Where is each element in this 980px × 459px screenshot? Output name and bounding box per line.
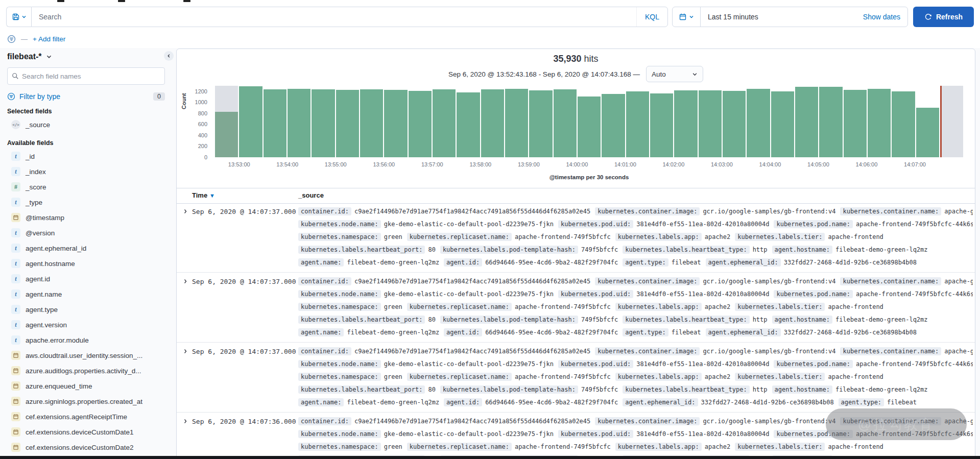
histogram-bucket-13:54:00[interactable] bbox=[288, 85, 310, 157]
field-item-agent.type[interactable]: tagent.type bbox=[7, 302, 165, 317]
field-item-aws.cloudtrail.user_identity.session_...[interactable]: aws.cloudtrail.user_identity.session_... bbox=[7, 348, 165, 363]
interval-select[interactable]: Auto bbox=[646, 66, 703, 82]
field-item-agent.hostname[interactable]: tagent.hostname bbox=[7, 256, 165, 271]
histogram-bucket-14:01:30[interactable] bbox=[650, 85, 673, 157]
field-key-badge: kubernetes.labels.app: bbox=[615, 443, 702, 451]
histogram-bucket-14:05:00[interactable] bbox=[819, 85, 842, 157]
show-dates-button[interactable]: Show dates bbox=[863, 13, 907, 21]
histogram-bucket-14:07:30[interactable] bbox=[940, 85, 963, 157]
field-value-pair: container.id:c9ae2f14496b7e7d91ae7754f1a… bbox=[298, 277, 590, 285]
field-item-cef.extensions.deviceCustomDate1[interactable]: cef.extensions.deviceCustomDate1 bbox=[7, 424, 165, 440]
histogram-bucket-13:59:30[interactable] bbox=[554, 85, 577, 157]
field-key-badge: kubernetes.labels.heartbeat_type: bbox=[623, 385, 749, 394]
field-key-badge: kubernetes.labels.heartbeat_port: bbox=[298, 385, 425, 394]
field-item-_index[interactable]: t_index bbox=[7, 164, 165, 179]
field-key-badge: container.id: bbox=[298, 417, 351, 425]
field-item-_score[interactable]: #_score bbox=[7, 179, 165, 195]
field-key-badge: kubernetes.namespace: bbox=[298, 303, 381, 311]
date-picker-calendar-button[interactable] bbox=[673, 7, 701, 27]
search-input[interactable] bbox=[32, 13, 636, 21]
histogram-bucket-13:55:30[interactable] bbox=[360, 85, 383, 157]
y-axis-label: Count bbox=[181, 93, 187, 109]
row-source: container.id:c9ae2f14496b7e7d91ae7754f1a… bbox=[298, 275, 973, 339]
histogram-bucket-13:57:00[interactable] bbox=[433, 85, 456, 157]
histogram-bucket-14:00:00[interactable] bbox=[578, 85, 601, 157]
histogram-bucket-14:02:00[interactable] bbox=[674, 85, 697, 157]
filter-by-type-button[interactable]: Filter by type 0 bbox=[7, 92, 165, 101]
histogram-bucket-14:06:00[interactable] bbox=[868, 85, 891, 157]
histogram-bucket-13:58:30[interactable] bbox=[505, 85, 528, 157]
field-key-badge: kubernetes.labels.app: bbox=[615, 233, 702, 241]
field-search-input[interactable] bbox=[19, 72, 160, 81]
histogram-bucket-13:53:30[interactable] bbox=[264, 85, 286, 157]
saved-query-menu-button[interactable] bbox=[6, 7, 31, 27]
string-field-icon: t bbox=[11, 167, 20, 176]
field-item-_id[interactable]: t_id bbox=[7, 149, 165, 164]
query-language-button[interactable]: KQL bbox=[636, 7, 667, 27]
histogram-bucket-14:00:30[interactable] bbox=[602, 85, 625, 157]
search-icon bbox=[12, 73, 19, 80]
refresh-button[interactable]: Refresh bbox=[913, 7, 974, 27]
field-key-badge: kubernetes.container.image: bbox=[595, 417, 700, 425]
source-column-header: _source bbox=[298, 191, 324, 199]
fields-sidebar: filebeat-* Filter by type 0 bbox=[0, 48, 172, 459]
histogram-bucket-13:56:00[interactable] bbox=[384, 85, 407, 157]
field-value-pair: kubernetes.namespace:green bbox=[298, 373, 402, 381]
index-pattern-selector[interactable]: filebeat-* bbox=[7, 52, 165, 61]
field-value-pair: kubernetes.labels.heartbeat_type:http bbox=[623, 316, 767, 324]
expand-row-button[interactable] bbox=[182, 278, 189, 285]
field-key-badge: kubernetes.labels.tier: bbox=[735, 233, 825, 241]
field-item-cef.extensions.agentReceiptTime[interactable]: cef.extensions.agentReceiptTime bbox=[7, 409, 165, 424]
field-item-azure.signinlogs.properties.created_at[interactable]: azure.signinlogs.properties.created_at bbox=[7, 394, 165, 409]
field-item-azure.enqueued_time[interactable]: azure.enqueued_time bbox=[7, 378, 165, 394]
histogram-bucket-13:57:30[interactable] bbox=[457, 85, 480, 157]
field-key-badge: kubernetes.labels.tier: bbox=[735, 303, 825, 311]
field-item-agent.name[interactable]: tagent.name bbox=[7, 286, 165, 302]
histogram-bucket-14:03:00[interactable] bbox=[723, 85, 746, 157]
histogram-bucket-14:02:30[interactable] bbox=[699, 85, 722, 157]
histogram-bucket-14:05:30[interactable] bbox=[844, 85, 867, 157]
collapse-sidebar-button[interactable] bbox=[164, 51, 174, 61]
histogram-bucket-13:59:00[interactable] bbox=[529, 85, 552, 157]
expand-row-button[interactable] bbox=[182, 348, 189, 355]
time-range-value[interactable]: Last 15 minutes bbox=[701, 13, 758, 21]
histogram-bucket-13:52:30[interactable] bbox=[215, 85, 238, 157]
expand-row-button[interactable] bbox=[182, 418, 189, 425]
histogram-bucket-13:54:30[interactable] bbox=[312, 85, 334, 157]
string-field-icon: t bbox=[11, 198, 20, 207]
histogram-bucket-13:53:00[interactable] bbox=[239, 85, 262, 157]
field-item-@timestamp[interactable]: @timestamp bbox=[7, 210, 165, 225]
field-item-azure.auditlogs.properties.activity_d...[interactable]: azure.auditlogs.properties.activity_d... bbox=[7, 363, 165, 378]
histogram-bucket-14:04:00[interactable] bbox=[771, 85, 794, 157]
histogram-bucket-14:04:30[interactable] bbox=[795, 85, 818, 157]
field-key-badge: kubernetes.pod.uid: bbox=[558, 430, 633, 438]
field-item-apache.error.module[interactable]: tapache.error.module bbox=[7, 332, 165, 348]
field-item-agent.id[interactable]: tagent.id bbox=[7, 271, 165, 286]
field-value-pair: kubernetes.container.image:gcr.io/google… bbox=[595, 417, 835, 425]
field-value-pair: kubernetes.labels.app:apache2 bbox=[615, 233, 731, 241]
add-filter-button[interactable]: + Add filter bbox=[33, 35, 65, 43]
histogram-bucket-14:01:00[interactable] bbox=[626, 85, 649, 157]
field-value-pair: kubernetes.container.image:gcr.io/google… bbox=[595, 207, 835, 215]
field-value-pair: kubernetes.labels.tier:apache-frontend bbox=[735, 443, 883, 451]
histogram-bucket-14:07:00[interactable] bbox=[916, 85, 939, 157]
field-item-agent.version[interactable]: tagent.version bbox=[7, 317, 165, 332]
filter-menu-icon[interactable] bbox=[7, 35, 16, 43]
histogram-bucket-13:55:00[interactable] bbox=[336, 85, 359, 157]
field-value-pair: agent.id:66d94646-95ee-4cd6-9ba2-482f29f… bbox=[444, 398, 618, 406]
field-item-_source[interactable]: </>_source bbox=[7, 117, 165, 132]
field-item-agent.ephemeral_id[interactable]: tagent.ephemeral_id bbox=[7, 240, 165, 256]
field-key-badge: kubernetes.labels.app: bbox=[615, 373, 702, 381]
histogram-bucket-13:58:00[interactable] bbox=[481, 85, 504, 157]
field-item-cef.extensions.deviceCustomDate2[interactable]: cef.extensions.deviceCustomDate2 bbox=[7, 440, 165, 455]
field-item-_type[interactable]: t_type bbox=[7, 195, 165, 210]
field-key-badge: agent.name: bbox=[298, 258, 344, 267]
y-tick-800: 800 bbox=[187, 110, 207, 116]
histogram-bucket-14:03:30[interactable] bbox=[747, 85, 770, 157]
x-tick-13:56:00: 13:56:00 bbox=[373, 161, 395, 167]
histogram-bucket-13:56:30[interactable] bbox=[409, 85, 432, 157]
time-column-header[interactable]: Time ▼ bbox=[192, 191, 215, 199]
expand-row-button[interactable] bbox=[182, 208, 189, 215]
histogram-bucket-14:06:30[interactable] bbox=[892, 85, 915, 157]
field-item-@version[interactable]: t@version bbox=[7, 225, 165, 240]
